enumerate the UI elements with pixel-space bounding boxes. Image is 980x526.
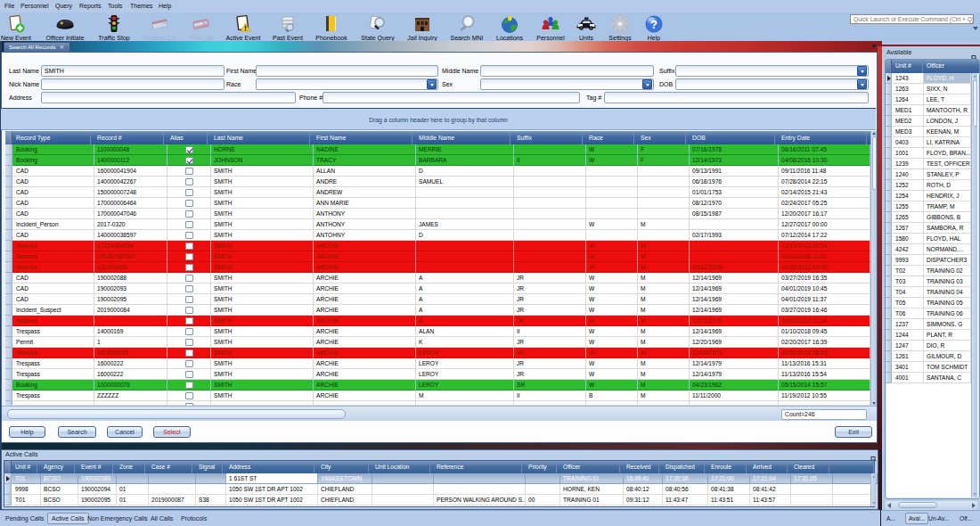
svg-text:?: ? bbox=[650, 18, 657, 31]
